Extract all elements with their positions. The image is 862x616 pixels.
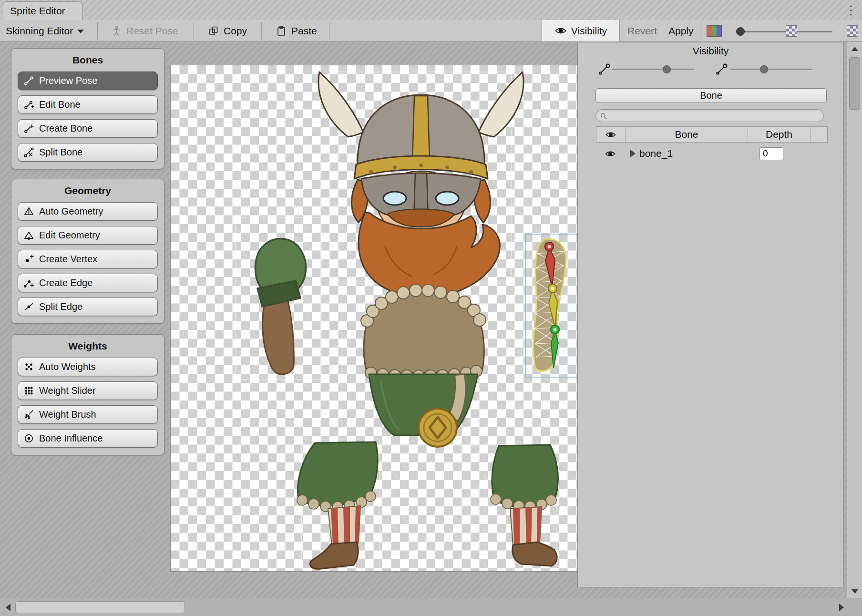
tool-label: Create Bone bbox=[39, 123, 92, 134]
preview-pose-icon bbox=[23, 75, 34, 86]
toolbar-divider bbox=[194, 22, 194, 40]
create-bone-icon bbox=[23, 123, 34, 134]
vertical-scrollbar[interactable] bbox=[847, 42, 862, 598]
copy-button[interactable]: Copy bbox=[208, 20, 247, 41]
toolbar-divider bbox=[97, 22, 98, 40]
bone-influence-icon bbox=[23, 433, 34, 444]
weight-slider-icon bbox=[23, 385, 34, 396]
tool-label: Auto Geometry bbox=[39, 206, 103, 217]
texture-color-icon[interactable] bbox=[707, 25, 722, 37]
preview-pose-button[interactable]: Preview Pose bbox=[18, 72, 158, 90]
auto-weights-button[interactable]: Auto Weights bbox=[18, 358, 158, 376]
bone-visibility-eye-icon[interactable] bbox=[605, 150, 616, 157]
viking-left-leg-sprite[interactable] bbox=[297, 442, 378, 569]
expand-triangle-icon[interactable] bbox=[630, 150, 636, 157]
split-bone-icon bbox=[23, 147, 34, 158]
reset-pose-label: Reset Pose bbox=[126, 25, 178, 37]
weight-slider-button[interactable]: Weight Slider bbox=[18, 381, 158, 400]
visibility-column-header bbox=[596, 127, 625, 142]
create-vertex-button[interactable]: Create Vertex bbox=[18, 250, 158, 268]
search-icon bbox=[600, 112, 607, 120]
visibility-toggle-button[interactable]: Visibility bbox=[542, 20, 620, 41]
reset-pose-button[interactable]: Reset Pose bbox=[111, 20, 178, 41]
alpha-checker-icon[interactable] bbox=[786, 25, 797, 37]
window-tab-bar: Sprite Editor ⋮ bbox=[0, 0, 862, 21]
revert-button[interactable]: Revert bbox=[627, 20, 657, 41]
bones-tool-group: Bones Preview Pose Edit Bone Create Bone… bbox=[11, 48, 164, 169]
arrow-down-icon bbox=[852, 589, 858, 594]
create-vertex-icon bbox=[23, 254, 34, 265]
weights-tool-group: Weights Auto Weights Weight Slider Weigh… bbox=[11, 334, 164, 455]
mannequin-icon bbox=[111, 25, 122, 37]
auto-geometry-button[interactable]: Auto Geometry bbox=[18, 202, 158, 221]
visibility-label: Visibility bbox=[571, 25, 607, 37]
opacity-slider-knob[interactable] bbox=[736, 27, 745, 36]
create-bone-button[interactable]: Create Bone bbox=[18, 119, 158, 138]
paste-button[interactable]: Paste bbox=[276, 20, 317, 41]
scroll-left-button[interactable] bbox=[1, 598, 15, 616]
revert-label: Revert bbox=[627, 25, 657, 37]
window-menu-icon[interactable]: ⋮ bbox=[845, 2, 857, 18]
tool-label: Create Edge bbox=[39, 277, 92, 288]
apply-label: Apply bbox=[668, 25, 694, 37]
split-edge-icon bbox=[23, 301, 34, 312]
viking-arm-sprite[interactable] bbox=[525, 234, 577, 377]
auto-weights-icon bbox=[23, 361, 34, 372]
mesh-opacity-icon bbox=[715, 62, 729, 76]
viking-right-leg-sprite[interactable] bbox=[491, 445, 558, 566]
edit-bone-button[interactable]: Edit Bone bbox=[18, 95, 158, 114]
auto-geometry-icon bbox=[23, 206, 34, 217]
weight-brush-button[interactable]: Weight Brush bbox=[18, 405, 158, 424]
viking-torso-sprite[interactable] bbox=[361, 284, 486, 447]
tool-label: Weight Brush bbox=[39, 409, 96, 420]
split-bone-button[interactable]: Split Bone bbox=[18, 143, 158, 162]
tool-label: Bone Influence bbox=[39, 433, 103, 444]
scroll-up-button[interactable] bbox=[847, 42, 862, 55]
chevron-down-icon bbox=[77, 30, 84, 33]
group-title-bones: Bones bbox=[18, 54, 158, 66]
group-title-weights: Weights bbox=[18, 340, 158, 352]
viking-glove-sprite[interactable] bbox=[256, 239, 306, 374]
vertical-scroll-thumb[interactable] bbox=[849, 57, 860, 110]
bone-opacity-slider-track[interactable] bbox=[612, 69, 694, 70]
eye-icon bbox=[605, 131, 616, 138]
toolbar-divider bbox=[261, 22, 262, 40]
edit-geometry-icon bbox=[23, 230, 34, 241]
mesh-opacity-slider-knob[interactable] bbox=[760, 65, 768, 73]
bone-row[interactable]: bone_1 bbox=[596, 144, 828, 163]
depth-column-header: Depth bbox=[748, 127, 810, 142]
bone-depth-input[interactable] bbox=[759, 147, 783, 160]
sprite-editor-tab[interactable]: Sprite Editor bbox=[2, 1, 83, 20]
arrow-right-icon bbox=[839, 604, 844, 611]
toolbar-divider bbox=[700, 22, 700, 40]
tool-label: Weight Slider bbox=[39, 385, 96, 396]
tool-label: Edit Geometry bbox=[39, 230, 100, 241]
horizontal-scroll-thumb[interactable] bbox=[15, 601, 185, 613]
toolbar-divider bbox=[662, 22, 662, 40]
copy-icon bbox=[208, 25, 219, 37]
header-spacer bbox=[810, 127, 827, 142]
bone-opacity-slider-knob[interactable] bbox=[663, 65, 671, 73]
create-edge-button[interactable]: Create Edge bbox=[18, 274, 158, 292]
scroll-down-button[interactable] bbox=[847, 585, 862, 598]
bone-column-header: Bone bbox=[625, 127, 748, 142]
toolbar-divider bbox=[329, 22, 329, 40]
alpha-checker-icon[interactable] bbox=[847, 25, 858, 37]
bone-search-input[interactable] bbox=[595, 109, 824, 122]
split-edge-button[interactable]: Split Edge bbox=[18, 298, 158, 316]
viking-head-sprite[interactable] bbox=[318, 72, 523, 297]
tab-title: Sprite Editor bbox=[10, 5, 65, 17]
group-title-geometry: Geometry bbox=[18, 185, 158, 196]
scroll-right-button[interactable] bbox=[834, 598, 849, 616]
editor-mode-dropdown[interactable]: Skinning Editor bbox=[6, 20, 84, 41]
geometry-tool-group: Geometry Auto Geometry Edit Geometry Cre… bbox=[11, 179, 164, 324]
bone-influence-button[interactable]: Bone Influence bbox=[18, 429, 158, 448]
toolbar: Skinning Editor Reset Pose Copy Paste Vi… bbox=[0, 20, 862, 42]
apply-button[interactable]: Apply bbox=[668, 20, 694, 41]
bone-tab-button[interactable]: Bone bbox=[595, 88, 827, 103]
bone-opacity-icon bbox=[598, 62, 611, 76]
mesh-opacity-slider-track[interactable] bbox=[730, 69, 812, 70]
horizontal-scrollbar[interactable] bbox=[0, 598, 862, 616]
edit-geometry-button[interactable]: Edit Geometry bbox=[18, 226, 158, 245]
sprite-canvas[interactable] bbox=[170, 65, 578, 572]
